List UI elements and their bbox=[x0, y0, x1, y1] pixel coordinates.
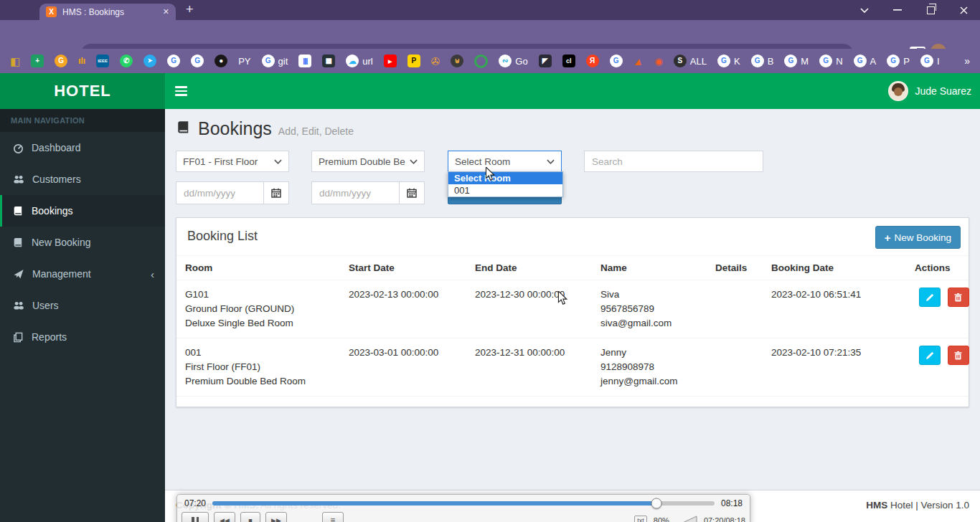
bookmark-google-1[interactable]: G bbox=[167, 54, 180, 67]
window-restore-button[interactable] bbox=[918, 0, 943, 20]
bookmark-coin[interactable]: G bbox=[55, 54, 67, 67]
s-icon: S bbox=[674, 54, 687, 67]
guest-email: jenny@gmail.com bbox=[600, 374, 701, 389]
delete-button[interactable] bbox=[948, 346, 969, 365]
bookmark-m[interactable]: GM bbox=[784, 54, 809, 67]
floor-select[interactable]: FF01 - First Floor bbox=[176, 151, 289, 172]
sidebar-item-bookings[interactable]: Bookings bbox=[0, 195, 165, 227]
pause-button[interactable] bbox=[182, 512, 209, 522]
bookmark-url[interactable]: ☁url bbox=[346, 54, 372, 67]
guest-phone: 9128908978 bbox=[600, 360, 701, 374]
bookmark-i[interactable]: GI bbox=[920, 54, 940, 67]
bookmark-sheets[interactable]: + bbox=[31, 54, 44, 67]
bookmark-p2[interactable]: GP bbox=[887, 54, 910, 67]
seek-handle[interactable] bbox=[651, 498, 662, 508]
bookmark-calendar[interactable]: ▦ bbox=[322, 54, 335, 67]
whatsapp-icon: ✆ bbox=[120, 54, 133, 67]
bookmark-all[interactable]: SALL bbox=[674, 54, 707, 67]
bookmark-matlab[interactable]: ▲ bbox=[633, 56, 644, 67]
room-type-select-value: Premium Double Bed R bbox=[319, 156, 405, 167]
room-type-select[interactable]: Premium Double Bed R bbox=[311, 151, 425, 172]
new-booking-button[interactable]: + New Booking bbox=[875, 226, 961, 249]
coin-icon: G bbox=[55, 54, 67, 67]
bookmark-ring[interactable] bbox=[474, 54, 488, 68]
bookmark-label: ALL bbox=[690, 56, 707, 67]
window-close-button[interactable] bbox=[951, 0, 976, 20]
details-cell bbox=[708, 280, 764, 338]
google-icon: G bbox=[854, 54, 867, 67]
bookmark-ieee[interactable]: IEEE bbox=[96, 54, 109, 67]
tab-title: HMS : Bookings bbox=[62, 7, 157, 17]
app-logo[interactable]: HOTEL bbox=[0, 73, 165, 109]
bookmark-falcon[interactable]: ◤ bbox=[539, 54, 552, 67]
bookmark-k[interactable]: GK bbox=[717, 54, 740, 67]
player-progress-fill bbox=[212, 501, 656, 506]
sidebar-item-management[interactable]: Management ‹ bbox=[0, 258, 165, 290]
player-seek-slider[interactable] bbox=[212, 498, 715, 508]
dropdown-option-select-room[interactable]: Select Room bbox=[448, 172, 562, 184]
bookmark-barcode[interactable]: |||| bbox=[298, 54, 311, 67]
bookmark-cart[interactable]: ⊎ bbox=[451, 54, 463, 67]
bookmarks-overflow-chevron[interactable]: » bbox=[964, 55, 970, 67]
box-title: Booking List bbox=[187, 229, 258, 244]
falcon-icon: ◤ bbox=[539, 54, 552, 67]
start-date-cell: 2023-02-13 00:00:00 bbox=[341, 280, 468, 338]
calendar-addon[interactable] bbox=[399, 181, 425, 204]
movie-camera-icon: ✇ bbox=[431, 56, 440, 67]
bookmark-camera[interactable]: ✇ bbox=[431, 56, 440, 67]
telegram-icon: ➤ bbox=[143, 54, 156, 67]
edit-button[interactable] bbox=[919, 288, 941, 307]
subtitle-button[interactable]: txt bbox=[634, 516, 647, 522]
browser-tab[interactable]: X HMS : Bookings ✕ bbox=[39, 4, 176, 20]
end-date-input[interactable] bbox=[311, 181, 399, 204]
window-minimize-button[interactable] bbox=[885, 0, 910, 20]
search-input[interactable] bbox=[584, 151, 763, 172]
sidebar-item-reports[interactable]: Reports bbox=[0, 321, 165, 353]
bookmark-n[interactable]: GN bbox=[819, 54, 842, 67]
guest-name: Jenny bbox=[600, 346, 701, 360]
bookmark-p[interactable]: P bbox=[407, 54, 420, 67]
sidebar-item-label: Dashboard bbox=[32, 142, 81, 153]
rewind-button[interactable]: ◀◀ bbox=[214, 512, 235, 522]
volume-icon[interactable] bbox=[676, 516, 697, 522]
user-menu[interactable]: Jude Suarez bbox=[888, 73, 971, 109]
bookmark-cl[interactable]: cl bbox=[562, 54, 575, 67]
tab-search-chevron-icon[interactable] bbox=[852, 0, 877, 20]
users-icon bbox=[13, 300, 24, 311]
playlist-button[interactable]: ≣ bbox=[322, 512, 344, 522]
bookmark-google-2[interactable]: G bbox=[191, 54, 204, 67]
sidebar-item-new-booking[interactable]: New Booking bbox=[0, 227, 165, 258]
start-date-group bbox=[176, 181, 289, 204]
new-tab-button[interactable]: + bbox=[186, 2, 194, 17]
start-date-input[interactable] bbox=[176, 181, 263, 204]
tab-close-icon[interactable]: ✕ bbox=[163, 7, 169, 16]
bookmark-a[interactable]: GA bbox=[854, 54, 877, 67]
bookmark-google-3[interactable]: G bbox=[610, 54, 623, 67]
calendar-addon[interactable] bbox=[263, 181, 289, 204]
bookmark-py[interactable]: PY bbox=[238, 56, 250, 67]
sidebar-item-dashboard[interactable]: Dashboard bbox=[0, 132, 165, 163]
delete-button[interactable] bbox=[948, 288, 969, 307]
sidebar-item-users[interactable]: Users bbox=[0, 290, 165, 321]
edit-button[interactable] bbox=[919, 346, 941, 365]
bookmark-eye[interactable]: ◉ bbox=[655, 57, 663, 66]
room-select[interactable]: Select Room bbox=[448, 151, 562, 172]
bookmark-paint[interactable]: ◧ bbox=[10, 56, 20, 67]
dropdown-option-001[interactable]: 001 bbox=[448, 184, 562, 196]
bookmark-go[interactable]: ∾Go bbox=[499, 54, 527, 67]
new-booking-label: New Booking bbox=[894, 232, 951, 243]
bookmark-yandex[interactable]: Я bbox=[586, 54, 599, 67]
bookmark-git[interactable]: Ggit bbox=[262, 54, 288, 67]
bookmark-b[interactable]: GB bbox=[751, 54, 774, 67]
bookmark-youtube[interactable]: ▶ bbox=[384, 54, 397, 67]
bookmark-github[interactable]: ● bbox=[215, 54, 227, 67]
sidebar-toggle-icon[interactable] bbox=[165, 73, 197, 109]
bookmark-label: PY bbox=[238, 56, 250, 67]
bookmark-telegram[interactable]: ➤ bbox=[143, 54, 156, 67]
bookmark-analytics[interactable]: ılı bbox=[78, 56, 85, 66]
sidebar-item-customers[interactable]: Customers bbox=[0, 163, 165, 195]
fast-forward-button[interactable]: ▶▶ bbox=[265, 512, 287, 522]
bookmark-whatsapp[interactable]: ✆ bbox=[120, 54, 133, 67]
end-date-group bbox=[311, 181, 425, 204]
stop-button[interactable]: ■ bbox=[240, 512, 260, 522]
